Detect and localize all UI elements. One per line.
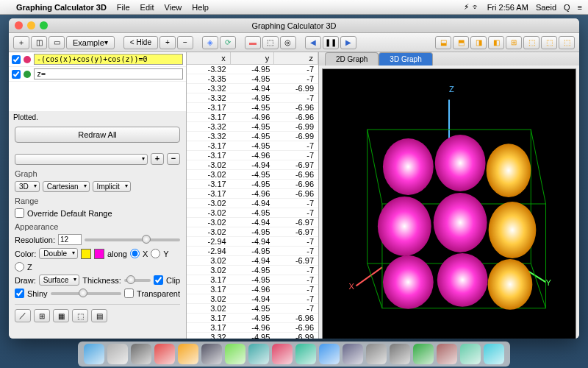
shiny-checkbox[interactable] — [15, 289, 24, 298]
panel-tab5-icon[interactable]: ▤ — [91, 309, 107, 322]
menu-edit[interactable]: Edit — [140, 3, 154, 12]
graph-viewport[interactable]: Z Y X — [322, 68, 576, 339]
dock-item-16[interactable] — [460, 344, 481, 364]
preset-add-button[interactable]: + — [151, 153, 164, 165]
clock[interactable]: Fri 2:56 AM — [487, 3, 528, 12]
tab-2d-graph[interactable]: 2D Graph — [325, 52, 379, 66]
appearance-section-label: Appearance — [15, 222, 180, 231]
tool-pause-icon[interactable]: ❚❚ — [323, 36, 339, 49]
minimize-icon[interactable] — [27, 21, 35, 29]
tool-roll-icon[interactable]: ⬚ — [262, 36, 279, 49]
svg-point-3 — [383, 138, 434, 195]
tool-view3-icon[interactable]: ◨ — [470, 36, 487, 49]
clip-checkbox[interactable] — [154, 275, 163, 285]
dock-item-13[interactable] — [390, 344, 410, 364]
dock-item-11[interactable] — [343, 344, 363, 364]
tool-play-icon[interactable]: ▶ — [340, 36, 356, 49]
tool-view7-icon[interactable]: ⬚ — [541, 36, 557, 49]
hide-panel-button[interactable]: < Hide — [123, 36, 158, 49]
coord-select[interactable]: Cartesian — [43, 181, 90, 192]
dock-item-15[interactable] — [437, 344, 457, 364]
example-button[interactable]: Example ▾ — [66, 36, 115, 49]
panel-tab2-icon[interactable]: ⊞ — [34, 309, 50, 322]
tab-3d-graph[interactable]: 3D Graph — [379, 52, 432, 66]
dock-item-8[interactable] — [272, 344, 293, 364]
tool-refresh-icon[interactable]: ⟳ — [220, 36, 236, 49]
axis-y-radio[interactable] — [151, 249, 160, 258]
shiny-slider[interactable] — [51, 292, 122, 295]
table-row: 3.32-4.95-6.99 — [187, 333, 318, 339]
eq2-input[interactable] — [34, 68, 183, 79]
menu-list-icon[interactable]: ≡ — [578, 3, 582, 12]
dock-item-17[interactable] — [484, 344, 504, 364]
axis-x-radio[interactable] — [130, 249, 140, 258]
mode-select[interactable]: Implicit — [93, 181, 131, 192]
tool-2d-icon[interactable]: ▭ — [49, 36, 65, 49]
dock-item-4[interactable] — [178, 344, 198, 364]
tool-view1-icon[interactable]: ⬓ — [435, 36, 451, 49]
tool-view8-icon[interactable]: ⬚ — [559, 36, 575, 49]
transparent-checkbox[interactable] — [124, 289, 134, 298]
tool-target-icon[interactable]: ◎ — [280, 36, 296, 49]
graph-type-select[interactable]: 3D — [15, 181, 40, 192]
search-icon[interactable]: Q — [564, 3, 570, 12]
dock-item-9[interactable] — [295, 344, 316, 364]
dock-item-10[interactable] — [319, 344, 340, 364]
dock-item-6[interactable] — [225, 344, 245, 364]
dock-item-1[interactable] — [107, 344, 128, 364]
tool-rect-icon[interactable]: ▬ — [245, 36, 261, 49]
dock-item-0[interactable] — [84, 344, 104, 364]
panel-tab1-icon[interactable]: ／ — [15, 309, 31, 322]
eq2-enable-checkbox[interactable] — [12, 70, 21, 79]
tool-view6-icon[interactable]: ⬚ — [523, 36, 539, 49]
menu-view[interactable]: View — [165, 3, 182, 12]
resolution-slider[interactable] — [85, 238, 180, 241]
panel-tab4-icon[interactable]: ⬚ — [72, 309, 88, 322]
resolution-input[interactable] — [58, 234, 82, 245]
color2-swatch[interactable] — [94, 249, 104, 259]
close-icon[interactable] — [15, 21, 23, 29]
dock-item-12[interactable] — [366, 344, 387, 364]
axis-z-radio[interactable] — [15, 262, 24, 272]
color-mode-select[interactable]: Double — [39, 248, 78, 259]
dock-item-2[interactable] — [131, 344, 151, 364]
preset-remove-button[interactable]: − — [167, 153, 180, 165]
menu-help[interactable]: Help — [192, 3, 209, 12]
eq1-input[interactable] — [34, 54, 183, 65]
dock-item-5[interactable] — [201, 344, 222, 364]
tool-view4-icon[interactable]: ◧ — [488, 36, 504, 49]
thickness-slider[interactable] — [124, 279, 151, 282]
tool-back-icon[interactable]: ◀ — [305, 36, 321, 49]
color1-swatch[interactable] — [81, 249, 91, 259]
table-row: -3.02-4.95-6.96 — [187, 170, 318, 180]
user-label[interactable]: Saeid — [536, 3, 556, 12]
menu-file[interactable]: File — [117, 3, 130, 12]
tool-view5-icon[interactable]: ⊞ — [506, 36, 522, 49]
panel-tab3-icon[interactable]: ▦ — [53, 309, 69, 322]
table-row: -3.02-4.94-6.97 — [187, 218, 318, 227]
tool-add-icon[interactable]: + — [159, 36, 176, 49]
preset-select[interactable] — [15, 154, 148, 165]
dock-item-3[interactable] — [154, 344, 175, 364]
tool-cube3d-icon[interactable]: ◈ — [202, 36, 218, 49]
dock-item-14[interactable] — [413, 344, 434, 364]
eq2-color-dot[interactable] — [24, 71, 31, 78]
axis-y-label: Y — [546, 278, 552, 287]
tool-view2-icon[interactable]: ⬒ — [453, 36, 469, 49]
zoom-icon[interactable] — [40, 21, 48, 29]
tool-remove-icon[interactable]: − — [177, 36, 193, 49]
tool-plus-icon[interactable]: ＋ — [13, 36, 29, 49]
dock-item-7[interactable] — [248, 344, 269, 364]
override-range-checkbox[interactable] — [15, 208, 24, 218]
eq1-color-dot[interactable] — [24, 56, 31, 63]
table-row: -3.32-4.95-6.99 — [187, 132, 318, 141]
data-table-body[interactable]: -3.32-4.95-7-3.35-4.95-7-3.32-4.94-6.99-… — [187, 65, 318, 339]
table-row: -3.17-4.95-6.96 — [187, 103, 318, 113]
redraw-all-button[interactable]: Redraw All — [15, 127, 180, 143]
menu-app-name[interactable]: Graphing Calculator 3D — [16, 3, 107, 12]
tool-cube-icon[interactable]: ◫ — [31, 36, 47, 49]
wifi-icon[interactable]: ⚡︎ ᯤ — [464, 2, 480, 12]
draw-mode-select[interactable]: Surface — [39, 275, 79, 286]
eq1-enable-checkbox[interactable] — [12, 55, 21, 64]
dock[interactable] — [78, 342, 510, 367]
